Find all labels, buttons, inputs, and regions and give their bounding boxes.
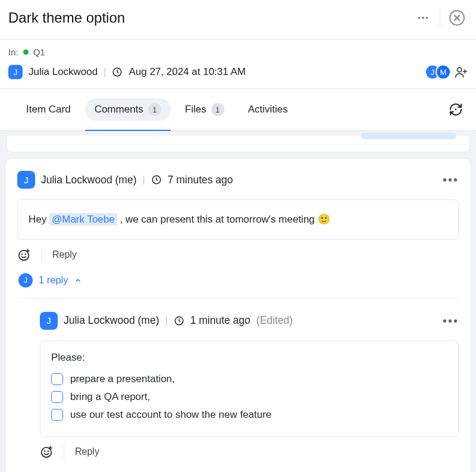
checkbox[interactable] (51, 391, 63, 403)
svg-point-13 (25, 254, 26, 254)
comment-text-suffix: , we can present this at tomorrow's meet… (117, 214, 330, 225)
reply-avatar[interactable]: J (40, 312, 58, 330)
collapsed-card (6, 136, 470, 152)
more-menu-button[interactable] (415, 10, 431, 26)
checklist-item: bring a QA report, (51, 390, 447, 408)
page-title: Dark theme option (8, 10, 125, 26)
svg-point-18 (45, 451, 45, 451)
collaborator-avatar[interactable]: M (436, 64, 451, 80)
reply-actions: Reply (40, 445, 459, 458)
separator: | (142, 174, 145, 185)
comment-header: J Julia Lockwood (me) | 7 minutes ago ••… (17, 171, 459, 189)
add-reaction-button[interactable] (17, 248, 30, 261)
reply-button[interactable]: Reply (75, 446, 99, 457)
add-reaction-button[interactable] (40, 445, 53, 458)
checklist-item-label: prepare a presentation, (70, 373, 175, 385)
reply-button[interactable]: Reply (52, 249, 77, 260)
comment-card: J Julia Lockwood (me) | 7 minutes ago ••… (5, 158, 471, 472)
chevron-up-icon (74, 277, 82, 284)
separator: | (165, 315, 167, 326)
svg-point-9 (455, 109, 456, 110)
divider (440, 8, 440, 27)
mention-chip[interactable]: @Mark Toebe (49, 213, 117, 226)
tab-activities[interactable]: Activities (239, 99, 298, 120)
reply-body: Please: prepare a presentation, bring a … (40, 340, 459, 437)
comment-menu-button[interactable]: ••• (443, 177, 459, 183)
meta-section: In: Q1 J Julia Lockwood | Aug 27, 2024 a… (0, 40, 476, 89)
collaborators: J M (425, 64, 468, 80)
collaborator-stack[interactable]: J M (425, 64, 451, 80)
tab-files[interactable]: Files 1 (176, 98, 234, 121)
top-bar: Dark theme option (0, 0, 476, 40)
author-name[interactable]: Julia Lockwood (29, 66, 98, 78)
status-dot-icon (23, 49, 29, 55)
svg-point-6 (458, 68, 462, 72)
close-button[interactable] (449, 10, 465, 26)
reply-header: J Julia Lockwood (me) | 1 minute ago (Ed… (40, 312, 459, 330)
comment-time: 7 minutes ago (168, 174, 233, 186)
reply-time: 1 minute ago (190, 314, 250, 327)
clock-icon (151, 174, 162, 185)
close-icon (449, 10, 465, 26)
separator (41, 248, 42, 261)
tab-label: Activities (248, 104, 288, 115)
tab-label: Comments (95, 104, 143, 115)
tabs-bar: Item Card Comments 1 Files 1 Activities (0, 89, 476, 131)
svg-point-1 (422, 17, 424, 19)
separator: | (104, 67, 106, 77)
tab-label: Item Card (26, 104, 71, 115)
checkbox[interactable] (51, 409, 63, 421)
checklist-item-label: bring a QA report, (70, 391, 150, 403)
files-count-badge: 1 (211, 103, 224, 116)
comment-actions: Reply (17, 248, 459, 261)
checklist-item: use our test account to show the new fea… (51, 408, 447, 426)
breadcrumb: In: Q1 (8, 47, 468, 57)
comments-count-badge: 1 (148, 103, 161, 116)
svg-point-2 (426, 17, 428, 19)
reply-block: J Julia Lockwood (me) | 1 minute ago (Ed… (17, 298, 459, 473)
item-panel: Dark theme option In: Q1 J Julia Lockwoo… (0, 0, 476, 472)
thread-avatar: J (18, 273, 33, 287)
tab-label: Files (185, 104, 206, 115)
thread-toggle[interactable]: J 1 reply (18, 273, 459, 287)
checklist-item: prepare a presentation, (51, 372, 447, 390)
collapsed-pill (361, 132, 456, 139)
clock-icon (174, 315, 184, 326)
checkbox[interactable] (51, 373, 63, 385)
comment-avatar[interactable]: J (17, 171, 35, 189)
comment-author[interactable]: Julia Lockwood (me) (41, 174, 136, 186)
thread-count-label: 1 reply (39, 274, 68, 286)
separator (64, 445, 64, 458)
tab-item-card[interactable]: Item Card (17, 99, 80, 120)
reply-author[interactable]: Julia Lockwood (me) (64, 314, 159, 327)
author-row: J Julia Lockwood | Aug 27, 2024 at 10:31… (8, 64, 468, 80)
add-collaborator-button[interactable] (455, 65, 468, 79)
tab-comments[interactable]: Comments 1 (85, 98, 171, 121)
svg-point-19 (48, 451, 48, 451)
edited-label: (Edited) (256, 314, 293, 327)
comment-body: Hey @Mark Toebe , we can present this at… (17, 199, 459, 240)
checklist-intro: Please: (51, 352, 447, 364)
clock-icon (112, 67, 123, 77)
created-timestamp: Aug 27, 2024 at 10:31 AM (129, 66, 246, 78)
svg-point-12 (22, 254, 23, 254)
reply-menu-button[interactable]: ••• (443, 318, 459, 324)
svg-point-0 (418, 17, 421, 19)
location-name[interactable]: Q1 (33, 47, 45, 57)
checklist-item-label: use our test account to show the new fea… (70, 409, 271, 421)
comment-text-prefix: Hey (29, 214, 49, 225)
author-avatar[interactable]: J (8, 65, 23, 79)
refresh-button[interactable] (447, 101, 464, 118)
in-label: In: (8, 47, 18, 57)
comments-body: J Julia Lockwood (me) | 7 minutes ago ••… (0, 131, 476, 472)
